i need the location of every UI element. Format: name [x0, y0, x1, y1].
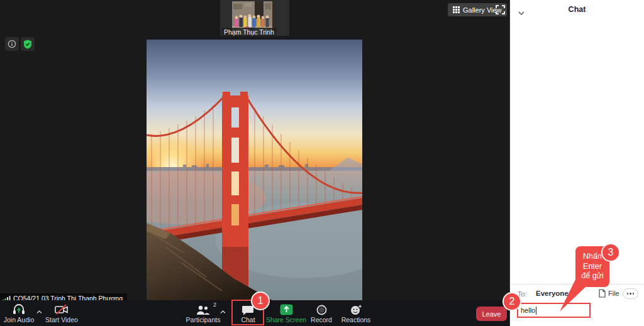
- participants-button[interactable]: 2 Participants: [181, 302, 225, 323]
- share-screen-label: Share Screen: [266, 316, 306, 323]
- chat-panel-title: Chat: [510, 5, 644, 14]
- join-audio-label: Join Audio: [4, 316, 34, 323]
- audio-options-chevron[interactable]: [36, 305, 42, 317]
- meeting-info-button[interactable]: [5, 37, 19, 51]
- video-stage: Phạm Thục Trinh Gallery View: [0, 0, 509, 326]
- participant-thumbnail[interactable]: Phạm Thục Trinh: [220, 0, 289, 36]
- headset-icon: [12, 302, 26, 315]
- zoom-meeting-window: Phạm Thục Trinh Gallery View: [0, 0, 644, 326]
- reactions-label: Reactions: [341, 316, 371, 323]
- participants-count-badge: 2: [213, 302, 216, 308]
- file-label: File: [608, 290, 619, 297]
- start-video-button[interactable]: Start Video: [43, 302, 80, 323]
- record-label: Record: [311, 316, 332, 323]
- share-screen-icon: [280, 302, 293, 315]
- annotation-step-3: 3: [601, 243, 620, 262]
- info-icon: [8, 40, 16, 48]
- record-icon: [316, 302, 327, 315]
- participants-icon: 2: [196, 302, 211, 315]
- record-button[interactable]: Record: [307, 302, 336, 323]
- text-cursor: [536, 307, 536, 315]
- participants-label: Participants: [186, 316, 221, 323]
- fullscreen-icon: [496, 5, 505, 14]
- chat-input-text: hello: [521, 307, 535, 314]
- security-button[interactable]: [21, 37, 35, 51]
- participant-name-label: Phạm Thục Trinh: [221, 28, 277, 36]
- video-camera-off-icon: [54, 302, 69, 315]
- file-button[interactable]: File: [599, 289, 619, 298]
- annotation-step-1: 1: [251, 291, 270, 310]
- reactions-smiley-icon: [350, 302, 362, 315]
- file-icon: [599, 289, 606, 298]
- shield-check-icon: [23, 40, 32, 49]
- chat-header: Chat: [510, 0, 644, 18]
- participants-options-chevron[interactable]: [220, 305, 226, 317]
- more-options-icon: [627, 293, 629, 295]
- join-audio-button[interactable]: Join Audio: [3, 302, 35, 323]
- fullscreen-button[interactable]: [494, 4, 506, 16]
- start-video-label: Start Video: [45, 316, 78, 323]
- share-screen-button[interactable]: Share Screen: [265, 302, 307, 323]
- reactions-button[interactable]: Reactions: [338, 302, 374, 323]
- leave-button[interactable]: Leave: [476, 307, 507, 321]
- grid-icon: [453, 6, 460, 13]
- annotation-step-2: 2: [502, 292, 521, 311]
- shared-content-image: [147, 40, 362, 302]
- more-options-button[interactable]: [623, 288, 638, 299]
